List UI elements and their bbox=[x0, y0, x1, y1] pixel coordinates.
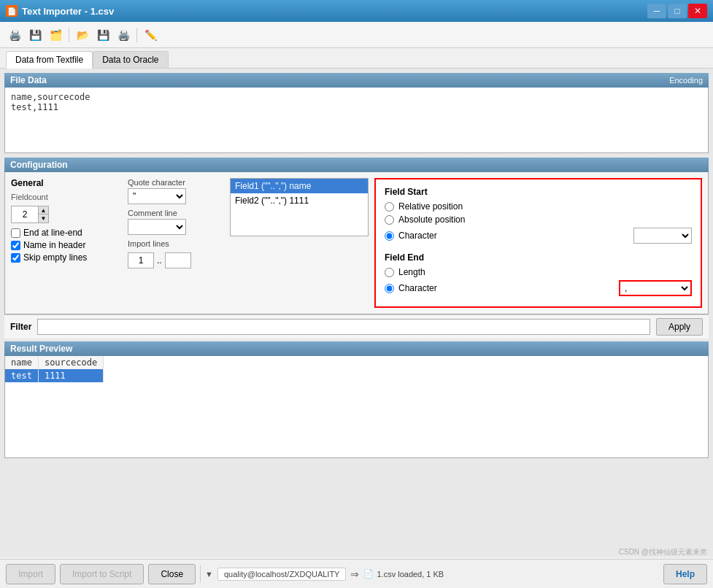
quote-select[interactable]: " ' (none) bbox=[128, 188, 186, 204]
result-preview-section: Result Preview name sourcecode test 1111 bbox=[4, 341, 709, 458]
fieldcount-row: Fieldcount bbox=[11, 193, 119, 201]
config-header: Configuration bbox=[4, 158, 709, 172]
import-lines-to-input[interactable] bbox=[165, 252, 191, 268]
field-properties-box: Field Start Relative position Absolute p… bbox=[374, 178, 702, 308]
config-body: General Fieldcount ▲ ▼ En bbox=[4, 172, 709, 314]
absolute-position-radio[interactable] bbox=[385, 215, 394, 225]
app-icon: 📄 bbox=[6, 5, 18, 17]
toolbar-folder-button[interactable]: 🗂️ bbox=[47, 26, 64, 44]
field-start-section: Field Start Relative position Absolute p… bbox=[385, 187, 692, 244]
length-label: Length bbox=[398, 267, 425, 277]
file-icon: 📄 bbox=[363, 569, 374, 579]
title-bar-left: 📄 Text Importer - 1.csv bbox=[6, 5, 114, 17]
title-bar-controls: ─ □ ✕ bbox=[647, 4, 707, 18]
end-at-line-end-row: End at line-end bbox=[11, 228, 119, 238]
toolbar-print2-button[interactable]: 🖨️ bbox=[115, 26, 132, 44]
watermark: CSDN @找神仙级元素来类 bbox=[619, 547, 707, 557]
window-title: Text Importer - 1.csv bbox=[22, 6, 114, 17]
result-preview-header: Result Preview bbox=[4, 341, 709, 356]
name-in-header-checkbox[interactable] bbox=[11, 241, 20, 250]
name-in-header-row: Name in header bbox=[11, 240, 119, 250]
field-item-1[interactable]: Field1 (""..",") name bbox=[231, 179, 368, 193]
toolbar-open-button[interactable]: 📂 bbox=[74, 26, 91, 44]
toolbar-save2-button[interactable]: 💾 bbox=[94, 26, 112, 44]
result-header-sourcecode: sourcecode bbox=[38, 356, 103, 369]
comment-label: Comment line bbox=[128, 209, 221, 217]
file-info-text: 1.csv loaded, 1 KB bbox=[377, 570, 444, 579]
result-preview-content: name sourcecode test 1111 bbox=[4, 356, 709, 458]
file-line-1: name,sourcecode bbox=[11, 92, 702, 102]
help-button[interactable]: Help bbox=[663, 564, 707, 584]
maximize-button[interactable]: □ bbox=[668, 4, 687, 18]
comment-select[interactable] bbox=[128, 219, 186, 235]
length-row: Length bbox=[385, 267, 692, 277]
result-cell-1111: 1111 bbox=[38, 369, 103, 382]
import-to-script-button[interactable]: Import to Script bbox=[60, 564, 144, 584]
character-end-select[interactable]: , ; | bbox=[619, 280, 692, 296]
character-end-label: Character bbox=[398, 283, 437, 293]
minimize-button[interactable]: ─ bbox=[647, 4, 666, 18]
skip-empty-lines-label: Skip empty lines bbox=[23, 252, 87, 263]
filter-row: Filter Apply bbox=[4, 314, 709, 339]
toolbar-save-button[interactable]: 💾 bbox=[26, 26, 44, 44]
spinner-up-button[interactable]: ▲ bbox=[38, 206, 48, 214]
relative-position-row: Relative position bbox=[385, 201, 692, 212]
result-cell-test: test bbox=[5, 369, 38, 382]
result-data-row-1[interactable]: test 1111 bbox=[5, 369, 104, 382]
toolbar-separator-2 bbox=[136, 28, 137, 42]
quote-column: Quote character " ' (none) Comment line … bbox=[128, 178, 230, 268]
result-header-row: name sourcecode bbox=[5, 356, 104, 369]
dotdot: .. bbox=[157, 255, 162, 266]
relative-position-label: Relative position bbox=[398, 201, 463, 212]
quote-label: Quote character bbox=[128, 178, 221, 187]
skip-empty-lines-row: Skip empty lines bbox=[11, 252, 119, 263]
fieldcount-input[interactable] bbox=[12, 206, 38, 223]
absolute-position-label: Absolute position bbox=[398, 214, 465, 225]
tabs-row: Data from Textfile Data to Oracle bbox=[0, 48, 713, 69]
end-at-line-end-checkbox[interactable] bbox=[11, 228, 20, 238]
configuration-section: Configuration General Fieldcount ▲ ▼ bbox=[4, 158, 709, 339]
absolute-position-row: Absolute position bbox=[385, 214, 692, 225]
import-lines-from-input[interactable] bbox=[128, 252, 154, 268]
tab-data-from-textfile[interactable]: Data from Textfile bbox=[6, 51, 93, 69]
field-item-2[interactable]: Field2 (""..",") 1111 bbox=[231, 193, 368, 208]
close-window-button[interactable]: ✕ bbox=[688, 4, 707, 18]
quote-section: Quote character " ' (none) bbox=[128, 178, 221, 204]
character-start-row: Character bbox=[385, 228, 692, 244]
toolbar-separator-1 bbox=[69, 28, 69, 42]
status-right: Help bbox=[663, 564, 707, 584]
length-radio[interactable] bbox=[385, 268, 394, 277]
status-separator bbox=[200, 565, 201, 583]
character-start-radio[interactable] bbox=[385, 231, 394, 241]
toolbar-print-button[interactable]: 🖨️ bbox=[6, 26, 23, 44]
file-data-content: name,sourcecode test,1111 bbox=[4, 88, 709, 153]
fieldcount-label: Fieldcount bbox=[11, 193, 48, 201]
result-table: name sourcecode test 1111 bbox=[5, 356, 104, 382]
general-column: General Fieldcount ▲ ▼ En bbox=[11, 178, 128, 265]
tab-data-to-oracle[interactable]: Data to Oracle bbox=[93, 51, 168, 68]
arrow-icon: ⇒ bbox=[350, 568, 359, 580]
field-end-title: Field End bbox=[385, 252, 692, 263]
character-end-radio[interactable] bbox=[385, 284, 394, 293]
filter-input[interactable] bbox=[37, 319, 650, 335]
skip-empty-lines-checkbox[interactable] bbox=[11, 253, 20, 263]
spinner-down-button[interactable]: ▼ bbox=[38, 214, 48, 223]
close-button[interactable]: Close bbox=[148, 564, 196, 584]
toolbar: 🖨️ 💾 🗂️ 📂 💾 🖨️ ✏️ bbox=[0, 22, 713, 48]
field-start-title: Field Start bbox=[385, 187, 692, 197]
import-button[interactable]: Import bbox=[6, 564, 55, 584]
result-header-name: name bbox=[5, 356, 38, 369]
file-line-2: test,1111 bbox=[11, 102, 702, 112]
dropdown-arrow: ▼ bbox=[205, 570, 213, 579]
field-list: Field1 (""..",") name Field2 (""..",") 1… bbox=[230, 178, 369, 236]
relative-position-radio[interactable] bbox=[385, 202, 394, 212]
status-bar: Import Import to Script Close ▼ quality@… bbox=[0, 559, 713, 588]
character-start-select[interactable] bbox=[633, 228, 692, 244]
toolbar-edit-button[interactable]: ✏️ bbox=[142, 26, 159, 44]
apply-button[interactable]: Apply bbox=[656, 318, 703, 336]
fieldcount-spinner: ▲ ▼ bbox=[11, 206, 49, 223]
file-info-indicator: 📄 1.csv loaded, 1 KB bbox=[363, 569, 444, 579]
import-lines-section: Import lines .. bbox=[128, 239, 221, 268]
character-end-row: Character , ; | bbox=[385, 280, 692, 296]
fieldcount-input-row: ▲ ▼ bbox=[11, 206, 119, 223]
